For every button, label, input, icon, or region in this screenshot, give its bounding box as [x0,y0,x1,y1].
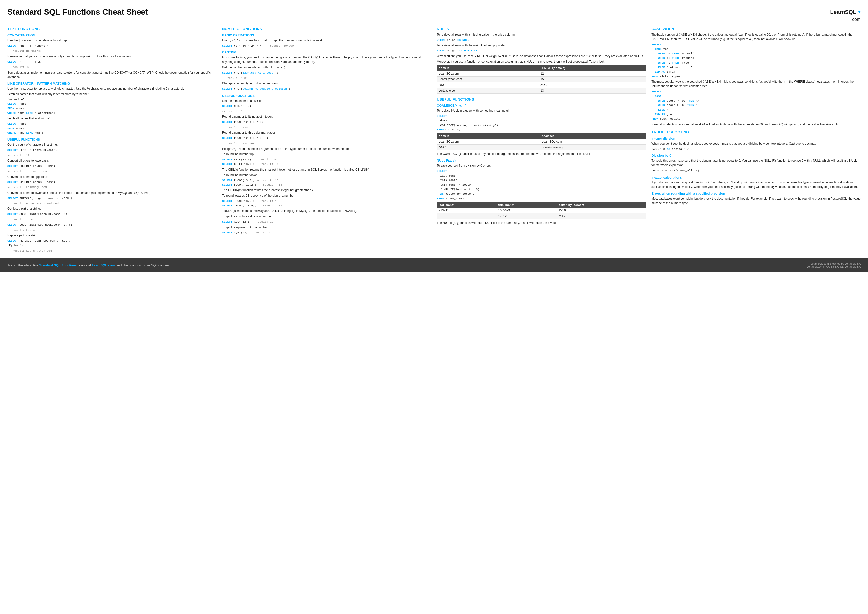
coalesce-th-coalesce: coalesce [540,134,646,139]
uf-p6: Replace part of a string: [8,233,217,238]
cast-p3: Change a column type to double precision [222,81,431,85]
uf2-p2: Round a number to its nearest integer: [222,114,431,119]
section-nulls: NULLs [437,27,646,31]
null-code2: WHERE weight IS NOT NULL [437,48,646,53]
logo: LearnSQL •com [830,8,860,22]
sub-concatenation: CONCATENATION [8,33,217,37]
like-p3: Fetch all names that end with 'a': [8,116,217,121]
col-nulls: NULLs To retrieve all rows with a missin… [437,27,646,254]
footer-text2: course at [77,263,92,267]
table-row: 0 178123 NULL [437,213,646,219]
nullif-code1: SELECT last_month, this_month, this_mont… [437,169,646,201]
table-row: LearnSQL.com 12 [437,71,646,76]
cast-p1: From time to time, you need to change th… [222,55,431,64]
uf2-p3: Round a number to three decimal places: [222,131,431,135]
null-th-domain: domain [437,65,539,71]
uf-p5: Get just a part of a string: [8,207,217,211]
uf2-code5: SELECT FLOOR(13.8); -- result: 13 SELECT… [222,178,431,187]
nullif-th-better: better_by_percent [556,202,646,208]
uf2-p7: To round the number down: [222,173,431,177]
uf-p2: Convert all letters to lowercase: [8,159,217,163]
null-p4: Moreover, if you use a function or conca… [437,59,646,64]
uf-code6: SELECT REPLACE('LearnSQL.com', 'SQL', 'P… [8,239,217,248]
section-numeric: NUMERIC FUNCTIONS [222,27,431,31]
like-p2: Fetch all names that start with any lett… [8,92,217,96]
page-title: Standard SQL Functions Cheat Sheet [8,8,148,17]
uf-code2: SELECT LOWER('LEARNSQL.COM'); [8,164,217,168]
null-p3: Why shouldn't you use price = NULL or we… [437,54,646,58]
nullif-p2: The NULLIF(x, y) function will return NU… [437,221,646,225]
sub-useful-numeric: USEFUL FUNCTIONS [222,94,431,98]
uf-p1: Get the count of characters in a string: [8,142,217,147]
uf-comment2: -- result: learnsql.com [8,169,217,174]
sub-int-div: Integer division [651,137,860,140]
null-p1: To retrieve all rows with a missing valu… [437,33,646,37]
nullif-p1: To save yourself from division by 0 erro… [437,163,646,168]
uf2-code4: SELECT CEIL(13.1); -- result: 14 SELECT … [222,157,431,166]
concat-comment1: -- result: Hi there! [8,49,217,53]
uf-comment3: -- result: LEARNSQL.COM [8,185,217,190]
uf-comment1: -- result: 12 [8,153,217,158]
cw-p2: The most popular type is the searched CA… [651,79,860,89]
table-row: LearnSQL.com LearnSQL.com [437,139,646,145]
section-case-when: CASE WHEN [651,27,860,31]
uf2-code8: SELECT SQRT(9); -- result: 3 [222,230,431,235]
uf2-code7: SELECT ABS(-12); -- result: 12 [222,219,431,224]
uf-code3: SELECT UPPER('LearnSQL.com'); [8,180,217,185]
cast-p2: Get the number as an integer (without ro… [222,65,431,70]
ts-code1: CAST(123 AS decimal) / 2 [651,147,860,151]
logo-text: LearnSQL •com [830,9,860,22]
sub-useful-text: USEFUL FUNCTIONS [8,138,217,141]
uf-comment4: -- result: Edgar Frank Ted Codd [8,201,217,206]
bo-p1: Use +, -, *, / to do some basic math. To… [222,38,431,43]
uf2-comment1: -- result: 1 [222,109,431,113]
bo-code1: SELECT 60 * 60 * 24 * 7; -- result: 6048… [222,44,431,48]
table-row: vertabelo.com 13 [437,88,646,93]
coalesce-code1: SELECT domain, COALESCE(domain, 'domain … [437,114,646,132]
footer-text3: , and check out our other SQL courses. [115,263,170,267]
uf2-code6: SELECT TRUNC(13.5); -- result: 13 SELECT… [222,199,431,208]
cast-comment1: -- result: 1234 [222,76,431,81]
cast-code1: SELECT CAST(1234.567 AS integer); [222,71,431,75]
uf2-p6: The CEIL(x) function returns the smalles… [222,167,431,172]
footer-link2[interactable]: LearnSQL.com [92,263,115,267]
uf2-p8: The FLOOR(x) function returns the greate… [222,188,431,192]
concat-p2: Remember that you can concatenate only c… [8,54,217,59]
table-row: NULL domain missing [437,145,646,150]
cw-p1: The basic version of CASE WHEN checks if… [651,33,860,41]
ts-p4: Most databases won't complain, but do ch… [651,196,860,205]
null-th-length: LENGTH(domain) [538,65,646,71]
uf-comment6: -- result: LearnPython.com [8,249,217,253]
ts-p3: If you do calculations using real (float… [651,180,860,189]
ts-p2: To avoid this error, make sure that the … [651,159,860,167]
uf2-p12: To get the square root of a number: [222,225,431,230]
logo-dot: • [856,8,860,16]
nullif-table: last_month this_month better_by_percent … [437,202,646,219]
cast-code2: SELECT CAST(column AS double precision); [222,87,431,91]
footer: Try out the interactive Standard SQL Fun… [0,258,868,272]
uf-code5b: SELECT SUBSTRING('LearnSQL.com', 0, 6); [8,222,217,227]
section-text-functions: TEXT FUNCTIONS [8,27,217,31]
footer-link1[interactable]: Standard SQL Functions [39,263,77,267]
uf-comment5: -- result: .com [8,218,217,222]
sub-div0: Division by 0 [651,154,860,157]
like-code2: SELECT name FROM names WHERE name LIKE '… [8,121,217,135]
footer-right: LearnSQL.com is owned by Vertabelo SA ve… [807,262,860,268]
col-numeric-functions: NUMERIC FUNCTIONS BASIC OPERATIONS Use +… [222,27,431,254]
null-p2: To retrieve all rows with the weight col… [437,43,646,48]
ts-p1: When you don't see the decimal places yo… [651,141,860,146]
sub-casting: CASTING [222,51,431,54]
col-case-when: CASE WHEN The basic version of CASE WHEN… [651,27,860,254]
coalesce-table: domain coalesce LearnSQL.com LearnSQL.co… [437,134,646,150]
coalesce-p1: To replace NULL in a query with somethin… [437,109,646,113]
uf2-p4: PostgreSQL requires the first argument t… [222,146,431,151]
concat-p3: Some databases implement non-standard so… [8,70,217,79]
table-row: LearnPython.com 15 [437,76,646,82]
sub-inexact: Inexact calculations [651,176,860,179]
table-row: NULL NULL [437,82,646,88]
footer-text1: Try out the interactive [8,263,39,267]
uf-code4: SELECT INITCAP('edgar frank ted cODD'); [8,196,217,201]
null-table: domain LENGTH(domain) LearnSQL.com 12 Le… [437,65,646,93]
uf2-comment2: -- result: 1235 [222,125,431,130]
main-columns: TEXT FUNCTIONS CONCATENATION Use the || … [8,27,860,254]
